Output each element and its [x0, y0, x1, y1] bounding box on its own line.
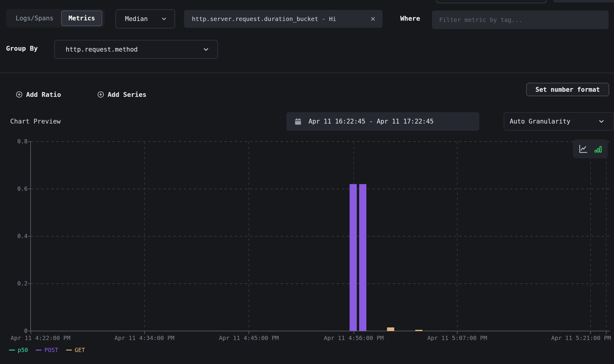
- x-axis-label: Apr 11 4:56:00 PM: [324, 335, 384, 342]
- chart-preview-title: Chart Preview: [10, 118, 61, 125]
- y-tick: [28, 189, 31, 189]
- y-axis-label: 0.4: [7, 233, 28, 239]
- y-tick: [28, 141, 31, 142]
- chart-bar-GET: [387, 327, 394, 331]
- x-axis-label: Apr 11 4:34:00 PM: [115, 335, 174, 342]
- legend-swatch: [9, 350, 15, 351]
- chart-bar-POST: [359, 184, 366, 331]
- x-tick: [31, 331, 31, 334]
- add-ratio-button[interactable]: Add Ratio: [16, 88, 61, 101]
- filter-input[interactable]: [432, 10, 609, 29]
- y-axis-label: 0.8: [7, 138, 28, 145]
- where-label: Where: [400, 15, 420, 22]
- source-toggle-metrics[interactable]: Metrics: [61, 10, 102, 26]
- legend-swatch: [36, 350, 42, 351]
- bar-chart-toggle[interactable]: [594, 145, 603, 154]
- line-chart-icon: [578, 144, 588, 154]
- bar-chart-icon: [594, 145, 603, 154]
- y-tick: [28, 283, 31, 284]
- chart-type-toggle: [573, 139, 608, 158]
- y-gridline: [31, 283, 610, 284]
- divider: [0, 73, 614, 73]
- metric-chip[interactable]: http.server.request.duration_bucket - Hi: [184, 10, 383, 28]
- y-axis-label: 0.6: [7, 185, 28, 192]
- granularity-value: Auto Granularity: [510, 118, 570, 125]
- truncated-top-input[interactable]: [436, 0, 547, 3]
- plus-circle-icon: [16, 91, 23, 98]
- chevron-down-icon: [202, 46, 210, 53]
- legend-item-GET[interactable]: GET: [66, 347, 85, 353]
- truncated-top-button[interactable]: [553, 0, 614, 2]
- chevron-down-icon: [598, 118, 605, 125]
- x-tick: [249, 331, 249, 334]
- metrics-explorer: Logs/Spans Metrics Median http.server.re…: [0, 0, 614, 364]
- chart-bar-GET: [415, 330, 422, 331]
- x-axis-label: Apr 11 5:07:00 PM: [427, 335, 487, 342]
- legend-label: GET: [75, 347, 85, 353]
- plus-circle-icon: [97, 91, 104, 98]
- x-gridline: [457, 142, 458, 331]
- y-gridline: [31, 189, 610, 189]
- y-axis-label: 0.2: [7, 280, 28, 287]
- source-toggle: Logs/Spans Metrics: [6, 9, 105, 28]
- x-gridline: [144, 142, 145, 331]
- close-icon[interactable]: [370, 16, 376, 22]
- x-gridline: [606, 142, 607, 331]
- chart-bar-POST: [350, 184, 357, 331]
- set-number-format-button[interactable]: Set number format: [526, 83, 609, 96]
- group-by-value: http.request.method: [66, 46, 138, 53]
- granularity-select[interactable]: Auto Granularity: [504, 112, 614, 131]
- chart-x-axis: [30, 331, 610, 331]
- chart-legend: p50POSTGET: [9, 347, 85, 353]
- time-range-picker[interactable]: Apr 11 16:22:45 - Apr 11 17:22:45: [286, 112, 479, 131]
- x-tick: [606, 331, 607, 334]
- x-axis-label: Apr 11 4:45:00 PM: [219, 335, 279, 342]
- chevron-down-icon: [161, 16, 167, 22]
- x-gridline: [249, 142, 249, 331]
- add-ratio-label: Add Ratio: [26, 91, 61, 98]
- y-tick: [28, 236, 31, 237]
- x-tick: [353, 331, 354, 334]
- x-tick: [457, 331, 458, 334]
- group-by-label: Group By: [6, 45, 38, 52]
- legend-label: POST: [44, 347, 58, 353]
- add-series-label: Add Series: [108, 91, 146, 98]
- line-chart-toggle[interactable]: [578, 144, 588, 154]
- aggregation-select[interactable]: Median: [115, 9, 175, 28]
- y-gridline: [31, 236, 610, 237]
- metric-name: http.server.request.duration_bucket - Hi: [192, 15, 370, 22]
- legend-swatch: [66, 350, 72, 351]
- legend-label: p50: [18, 347, 28, 353]
- group-by-select[interactable]: http.request.method: [54, 40, 218, 59]
- x-tick: [144, 331, 145, 334]
- legend-item-POST[interactable]: POST: [36, 347, 58, 353]
- time-range-value: Apr 11 16:22:45 - Apr 11 17:22:45: [308, 118, 434, 125]
- x-axis-label: Apr 11 4:22:00 PM: [10, 335, 70, 342]
- x-gridline: [590, 142, 591, 331]
- x-tick: [590, 331, 591, 334]
- y-gridline: [31, 141, 610, 142]
- aggregation-value: Median: [125, 15, 148, 22]
- legend-item-p50[interactable]: p50: [9, 347, 28, 353]
- source-toggle-logs-spans[interactable]: Logs/Spans: [8, 10, 61, 26]
- calendar-icon: [294, 118, 302, 125]
- y-axis-label: 0: [7, 327, 28, 334]
- x-axis-label: Apr 11 5:21:00 PM: [551, 335, 611, 342]
- add-series-button[interactable]: Add Series: [97, 88, 146, 101]
